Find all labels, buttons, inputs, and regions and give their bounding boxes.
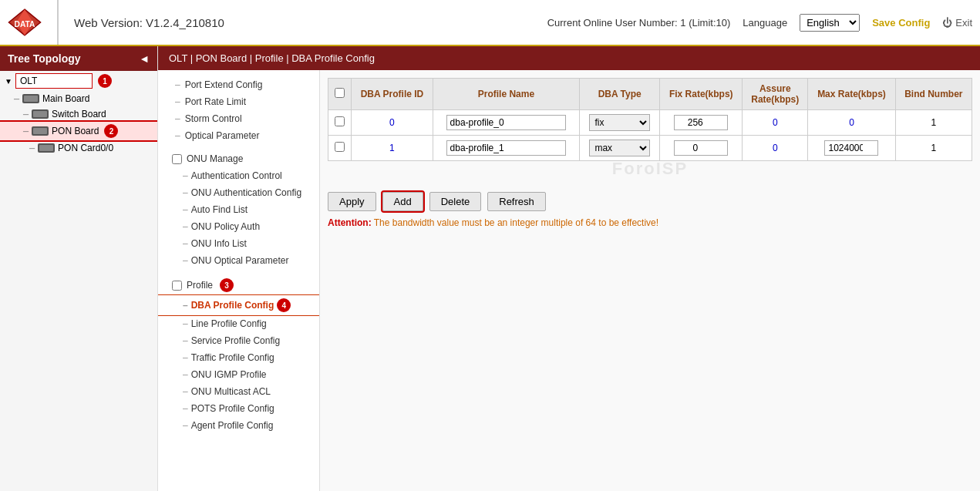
col-dba-profile-id: DBA Profile ID	[352, 79, 433, 110]
attention-prefix: Attention:	[328, 217, 372, 228]
nav-item-onu-info-list[interactable]: ONU Info List	[158, 235, 319, 252]
dba-profile-table: DBA Profile ID Profile Name DBA Type Fix…	[328, 78, 972, 161]
col-assure-rate: AssureRate(kbps)	[743, 79, 808, 110]
nav-item-onu-multicast-acl[interactable]: ONU Multicast ACL	[158, 383, 319, 400]
row0-dba-type: fix max assured best-effort	[580, 110, 660, 136]
nav-item-optical-parameter[interactable]: Optical Parameter	[158, 127, 319, 144]
olt-input[interactable]	[15, 73, 93, 89]
sidebar-collapse-icon[interactable]: ◄	[139, 52, 150, 65]
row0-select	[328, 110, 352, 136]
onu-manage-label: ONU Manage	[187, 153, 243, 164]
badge-2: 2	[104, 124, 118, 138]
onu-manage-checkbox[interactable]	[172, 154, 182, 164]
profile-checkbox[interactable]	[172, 281, 182, 291]
col-max-rate: Max Rate(kbps)	[808, 79, 896, 110]
nav-item-port-extend-config[interactable]: Port Extend Config	[158, 76, 319, 93]
pon-board-label: PON Board	[52, 126, 99, 136]
expand-icon-4: ─	[23, 127, 29, 136]
table-row: 0 fix max assured best-effort	[328, 110, 972, 136]
pon-card-label: PON Card0/0	[58, 143, 113, 153]
sidebar-item-pon-card[interactable]: ─ PON Card0/0	[0, 140, 157, 156]
refresh-button[interactable]: Refresh	[487, 192, 546, 211]
header: DATA Web Version: V1.2.4_210810 Current …	[0, 0, 980, 46]
nav-item-dba-profile-config[interactable]: DBA Profile Config 4	[158, 295, 319, 315]
sidebar-item-pon-board[interactable]: ─ PON Board 2	[0, 122, 157, 140]
logo-icon: DATA	[8, 5, 42, 39]
svg-text:DATA: DATA	[15, 20, 36, 29]
main-layout: Tree Topology ◄ ▼ 1 ─ Main Board ─ Switc…	[0, 46, 980, 491]
device-icon-main-board	[22, 94, 39, 103]
device-icon-pon-card	[38, 143, 55, 153]
nav-item-onu-optical-param[interactable]: ONU Optical Parameter	[158, 252, 319, 269]
add-button[interactable]: Add	[382, 192, 423, 211]
col-profile-name: Profile Name	[433, 79, 579, 110]
nav-section-onu-manage: ONU Manage Authentication Control ONU Au…	[158, 147, 319, 272]
nav-item-auto-find-list[interactable]: Auto Find List	[158, 201, 319, 218]
row1-checkbox[interactable]	[335, 142, 345, 152]
row0-id-link[interactable]: 0	[389, 117, 395, 128]
row0-fix-rate	[660, 110, 743, 136]
table-header-row: DBA Profile ID Profile Name DBA Type Fix…	[328, 79, 972, 110]
main-board-label: Main Board	[42, 93, 89, 104]
foroISP-watermark: ForoISP	[612, 159, 688, 179]
row0-fix-rate-input[interactable]	[674, 115, 728, 130]
row0-dba-type-select[interactable]: fix max assured best-effort	[589, 114, 649, 131]
row0-profile-name-input[interactable]	[446, 115, 567, 130]
row0-id: 0	[352, 110, 433, 136]
exit-label: Exit	[955, 17, 972, 29]
badge-4: 4	[277, 298, 291, 312]
delete-button[interactable]: Delete	[429, 192, 482, 211]
row0-checkbox[interactable]	[335, 116, 345, 126]
nav-item-onu-igmp-profile[interactable]: ONU IGMP Profile	[158, 366, 319, 383]
row1-assure-rate-link[interactable]: 0	[773, 143, 778, 153]
row0-profile-name	[433, 110, 579, 136]
save-config-button[interactable]: Save Config	[872, 17, 930, 29]
breadcrumb: OLT | PON Board | Profile | DBA Profile …	[158, 46, 980, 70]
sidebar-header: Tree Topology ◄	[0, 46, 157, 71]
select-all-checkbox[interactable]	[335, 88, 345, 98]
data-panel: DBA Profile ID Profile Name DBA Type Fix…	[320, 70, 980, 491]
profile-header[interactable]: Profile 3	[158, 275, 319, 295]
device-icon-switch-board	[32, 109, 49, 119]
apply-button[interactable]: Apply	[328, 192, 376, 211]
expand-icon: ▼	[5, 77, 12, 86]
power-icon: ⏻	[942, 17, 952, 29]
nav-item-service-profile-config[interactable]: Service Profile Config	[158, 332, 319, 349]
nav-item-storm-control[interactable]: Storm Control	[158, 110, 319, 127]
language-select[interactable]: English Chinese	[800, 14, 860, 32]
expand-icon-3: ─	[23, 110, 29, 119]
profile-label: Profile	[187, 280, 213, 291]
header-right: Current Online User Number: 1 (Limit:10)…	[547, 14, 972, 32]
nav-item-onu-policy-auth[interactable]: ONU Policy Auth	[158, 218, 319, 235]
onu-manage-header[interactable]: ONU Manage	[158, 150, 319, 167]
breadcrumb-text: OLT | PON Board | Profile | DBA Profile …	[169, 52, 375, 64]
language-label: Language	[743, 17, 787, 29]
online-users-label: Current Online User Number: 1 (Limit:10)	[547, 17, 731, 29]
action-bar: Apply Add Delete Refresh	[328, 192, 972, 211]
content-area: OLT | PON Board | Profile | DBA Profile …	[158, 46, 980, 491]
sidebar-item-olt[interactable]: ▼ 1	[0, 71, 157, 91]
device-icon-pon-board	[32, 126, 49, 136]
nav-item-traffic-profile-config[interactable]: Traffic Profile Config	[158, 349, 319, 366]
split-panel: Port Extend Config Port Rate Limit Storm…	[158, 70, 980, 491]
sidebar-item-switch-board[interactable]: ─ Switch Board	[0, 106, 157, 122]
row0-assure-rate: 0	[743, 110, 808, 136]
row1-id-link[interactable]: 1	[389, 143, 395, 153]
nav-item-pots-profile-config[interactable]: POTS Profile Config	[158, 400, 319, 417]
exit-button[interactable]: ⏻ Exit	[942, 17, 972, 29]
nav-panel: Port Extend Config Port Rate Limit Storm…	[158, 70, 320, 491]
row0-assure-rate-link[interactable]: 0	[773, 117, 778, 128]
logo: DATA	[8, 0, 59, 45]
row0-max-rate-link[interactable]: 0	[849, 117, 854, 128]
nav-item-agent-profile-config[interactable]: Agent Profile Config	[158, 417, 319, 434]
nav-item-onu-auth-config[interactable]: ONU Authentication Config	[158, 184, 319, 201]
col-checkbox	[328, 79, 352, 110]
row0-max-rate: 0	[808, 110, 896, 136]
sidebar-item-main-board[interactable]: ─ Main Board	[0, 91, 157, 106]
nav-item-auth-control[interactable]: Authentication Control	[158, 167, 319, 184]
col-bind-number: Bind Number	[895, 79, 972, 110]
attention-text: The bandwidth value must be an integer m…	[374, 217, 658, 228]
nav-item-port-rate-limit[interactable]: Port Rate Limit	[158, 93, 319, 110]
attention-message: Attention: The bandwidth value must be a…	[328, 217, 972, 228]
nav-item-line-profile-config[interactable]: Line Profile Config	[158, 315, 319, 332]
